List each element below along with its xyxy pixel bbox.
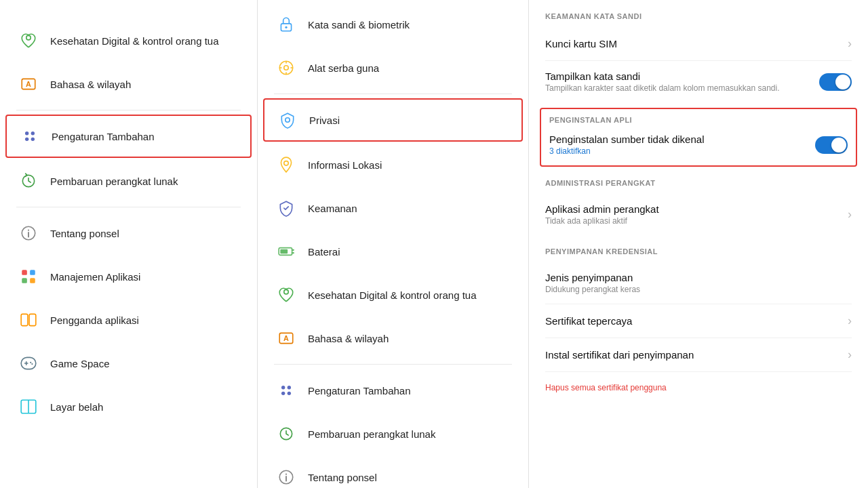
sidebar-item-label: Tentang ponsel: [50, 228, 119, 239]
right-item-sub: Tidak ada aplikasi aktif: [545, 216, 842, 226]
mid-item-privasi[interactable]: Privasi: [263, 98, 523, 142]
svg-rect-36: [280, 249, 288, 254]
mid-item-katasandi[interactable]: Kata sandi & biometrik: [258, 3, 528, 46]
right-item-jenis-penyimpanan[interactable]: Jenis penyimpananDidukung perangkat kera…: [545, 262, 852, 304]
mid-item-pembaruan2[interactable]: Pembaruan perangkat lunak: [258, 412, 528, 455]
sidebar-item-bahasa[interactable]: A Bahasa & wilayah: [0, 62, 257, 106]
mid-item-label: Informasi Lokasi: [308, 159, 382, 171]
sidebar-item-tentang[interactable]: Tentang ponsel: [0, 211, 257, 255]
mid-item-alat[interactable]: Alat serba guna: [258, 46, 528, 89]
sidebar-item-layar[interactable]: Layar belah: [0, 385, 257, 428]
right-item-sub: Tampilkan karakter saat diketik dalam ko…: [545, 83, 812, 93]
sidebar-item-label: Manajemen Aplikasi: [50, 271, 140, 283]
section-title-kredensial-section: PENYIMPANAN KREDENSIAL: [545, 247, 852, 256]
sidebar-item-pembaruan[interactable]: Pembaruan perangkat lunak: [0, 159, 257, 203]
svg-point-43: [288, 392, 291, 395]
section-kredensial-section: PENYIMPANAN KREDENSIAL Jenis penyimpanan…: [529, 235, 868, 402]
shield-icon: [274, 196, 298, 220]
right-item-label: Tampilkan kata sandi: [545, 70, 812, 82]
section-title-admin-section: ADMINISTRASI PERANGKAT: [545, 179, 852, 187]
svg-point-37: [284, 289, 289, 294]
sidebar-item-label: Pengganda aplikasi: [50, 314, 139, 326]
sidebar-item-manajemen[interactable]: Manajemen Aplikasi: [0, 255, 257, 298]
mid-item-label: Kata sandi & biometrik: [308, 19, 410, 30]
svg-point-3: [25, 131, 28, 135]
mid-nav-list: Kata sandi & biometrik Alat serba guna P…: [258, 0, 528, 488]
tool-icon: [274, 56, 298, 80]
sidebar-item-label: Pengaturan Tambahan: [52, 131, 155, 142]
split-icon: [16, 394, 41, 419]
right-item-sumber-tidak-dikenal[interactable]: Penginstalan sumber tidak dikenal3 diakt…: [541, 124, 856, 165]
game-icon: [16, 351, 41, 375]
svg-point-20: [31, 363, 33, 365]
right-panel: KEAMANAN KATA SANDI Kunci kartu SIM› Tam…: [529, 0, 868, 488]
right-item-instal-sertifikat[interactable]: Instal sertifikat dari penyimpanan›: [545, 338, 852, 372]
sidebar-item-label: Layar belah: [50, 401, 103, 413]
right-item-sub: 3 diaktifkan: [549, 146, 808, 156]
mid-item-keamanan[interactable]: Keamanan: [258, 186, 528, 230]
right-item-admin-app[interactable]: Aplikasi admin perangkatTidak ada aplika…: [545, 194, 852, 235]
sidebar-item-label: Pembaruan perangkat lunak: [50, 176, 178, 187]
svg-rect-14: [30, 278, 35, 283]
location-icon: [274, 152, 298, 177]
svg-text:A: A: [283, 334, 289, 342]
right-item-text: Instal sertifikat dari penyimpanan: [545, 349, 842, 361]
svg-rect-13: [22, 278, 27, 283]
svg-rect-11: [22, 270, 27, 275]
mid-item-baterai[interactable]: Baterai: [258, 230, 528, 273]
right-item-hapus-sertifikat[interactable]: Hapus semua sertifikat pengguna: [545, 372, 852, 402]
svg-point-42: [281, 392, 285, 395]
sidebar-item-label: Bahasa & wilayah: [50, 79, 131, 90]
right-item-label: Aplikasi admin perangkat: [545, 203, 842, 215]
right-item-kunci-sim[interactable]: Kunci kartu SIM›: [545, 27, 852, 61]
svg-point-47: [285, 474, 287, 475]
svg-text:A: A: [26, 80, 31, 88]
right-item-text: Sertifikat tepercaya: [545, 315, 842, 327]
mid-item-pengaturan2[interactable]: Pengaturan Tambahan: [258, 369, 528, 412]
svg-point-31: [285, 118, 290, 123]
toggle-sumber-tidak-dikenal[interactable]: [815, 136, 848, 154]
sidebar-item-kesehatan[interactable]: Kesehatan Digital & kontrol orang tua: [0, 19, 257, 62]
mid-item-bahasa2[interactable]: A Bahasa & wilayah: [258, 317, 528, 360]
right-item-sub: Didukung perangkat keras: [545, 285, 852, 294]
chevron-icon: ›: [848, 314, 852, 328]
info-icon: [16, 221, 41, 245]
sidebar-item-gamespace[interactable]: Game Space: [0, 342, 257, 385]
heart-icon: [16, 28, 41, 53]
svg-point-32: [284, 161, 289, 166]
section-penginstalan-section: PENGINSTALAN APLI Penginstalan sumber ti…: [540, 108, 857, 167]
right-item-tampilkan-sandi[interactable]: Tampilkan kata sandiTampilkan karakter s…: [545, 61, 852, 102]
lock-icon: [274, 12, 298, 37]
toggle-tampilkan-sandi[interactable]: [819, 73, 852, 91]
svg-rect-15: [21, 314, 28, 325]
chevron-icon: ›: [848, 207, 852, 222]
sidebar-item-pengganda[interactable]: Pengganda aplikasi: [0, 298, 257, 342]
right-item-sertifikat-tepercaya[interactable]: Sertifikat tepercaya›: [545, 304, 852, 338]
svg-point-0: [26, 35, 31, 40]
sidebar-item-label: Game Space: [50, 358, 110, 369]
left-nav-list: Kesehatan Digital & kontrol orang tua A …: [0, 19, 257, 488]
left-panel: Kesehatan Digital & kontrol orang tua A …: [0, 0, 258, 488]
svg-point-5: [25, 138, 28, 141]
right-item-text: Jenis penyimpananDidukung perangkat kera…: [545, 272, 852, 294]
page-title: [0, 0, 257, 19]
right-item-text: Aplikasi admin perangkatTidak ada aplika…: [545, 203, 842, 226]
privacy-icon: [275, 108, 300, 132]
info2-icon: [274, 465, 298, 488]
mid-item-lokasi[interactable]: Informasi Lokasi: [258, 143, 528, 186]
mid-item-tentang2[interactable]: Tentang ponsel: [258, 455, 528, 488]
update2-icon: [274, 422, 298, 446]
mid-item-label: Tentang ponsel: [308, 472, 377, 483]
right-item-label: Penginstalan sumber tidak dikenal: [549, 134, 808, 145]
svg-point-6: [31, 138, 35, 141]
svg-point-10: [28, 230, 29, 231]
apps-icon: [16, 264, 41, 289]
mid-item-label: Alat serba guna: [308, 62, 379, 74]
lang-icon: A: [16, 72, 41, 96]
right-item-text: Kunci kartu SIM: [545, 38, 842, 49]
sidebar-item-label: Kesehatan Digital & kontrol orang tua: [50, 35, 219, 47]
sidebar-item-pengaturan-tambahan[interactable]: Pengaturan Tambahan: [5, 115, 252, 158]
mid-item-kesehatan2[interactable]: Kesehatan Digital & kontrol orang tua: [258, 273, 528, 317]
right-item-text: Hapus semua sertifikat pengguna: [545, 382, 852, 392]
mid-item-label: Keamanan: [308, 203, 357, 214]
